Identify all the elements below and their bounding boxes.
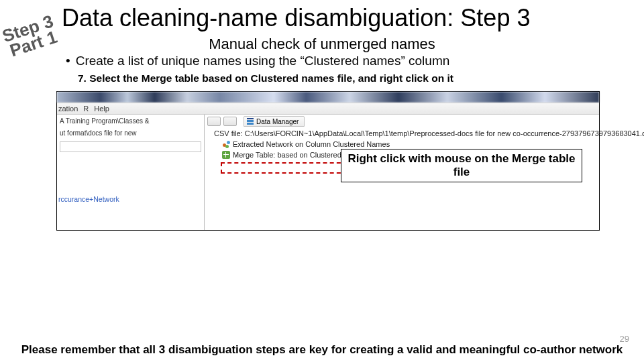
step7-instruction: 7. Select the Merge table based on Clust…	[78, 72, 453, 84]
menu-item-help[interactable]: Help	[94, 105, 109, 113]
tree-network-label: Extracted Network on Column Clustered Na…	[233, 140, 390, 148]
left-crumb-line1: A Training Program\Classes &	[57, 115, 204, 127]
toolbar-button-2[interactable]	[223, 117, 237, 126]
slide-title: Data cleaning-name disambiguation: Step …	[62, 4, 530, 32]
callout-box: Right click with mouse on the Merge tabl…	[341, 149, 582, 182]
right-toolbar: Data Manager	[205, 115, 305, 128]
slide-subtitle: Manual check of unmerged names	[0, 36, 644, 53]
bullet-text: Create a list of unique names using the …	[76, 54, 450, 68]
tree-csv-label: CSV file: C:\Users\FORCIN~1\AppData\Loca…	[214, 129, 644, 137]
tree-row-csv[interactable]: CSV file: C:\Users\FORCIN~1\AppData\Loca…	[209, 128, 596, 139]
bullet-dot-icon: •	[66, 54, 70, 68]
table-icon	[222, 151, 230, 159]
step7-body: Select the Merge table based on Clustere…	[89, 72, 453, 84]
data-manager-icon	[247, 118, 254, 125]
page-number: 29	[620, 334, 629, 344]
step7-prefix: 7.	[78, 72, 89, 84]
tree-row-network[interactable]: Extracted Network on Column Clustered Na…	[209, 139, 596, 149]
menu-item-r[interactable]: R	[83, 105, 89, 113]
data-manager-label: Data Manager	[256, 118, 299, 125]
window-blur-bar	[57, 92, 599, 103]
footer-note: Please remember that all 3 disambiguatio…	[0, 343, 644, 357]
network-icon	[222, 140, 230, 148]
menu-item-truncated[interactable]: zation	[57, 105, 78, 113]
app-menu-bar: zation R Help	[57, 103, 599, 115]
left-panel: A Training Program\Classes & ut format\d…	[57, 115, 205, 230]
data-manager-tab[interactable]: Data Manager	[244, 116, 305, 127]
left-input-box[interactable]	[60, 141, 201, 152]
left-crumb-line2: ut format\docs file for new	[57, 127, 204, 139]
toolbar-button-1[interactable]	[207, 117, 221, 126]
bullet-line: •Create a list of unique names using the…	[66, 54, 449, 68]
left-link[interactable]: rccurance+Network	[58, 195, 119, 203]
